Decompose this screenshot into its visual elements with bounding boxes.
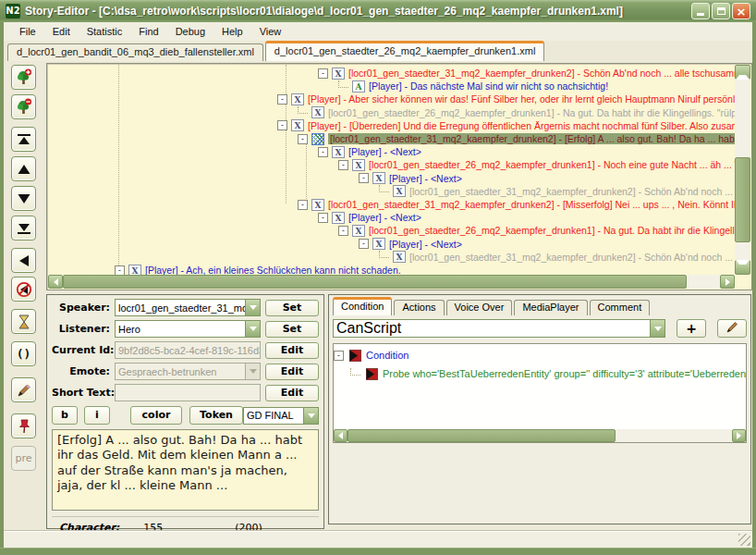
scroll-left-button[interactable] — [48, 275, 63, 289]
color-button[interactable]: color — [130, 406, 182, 425]
menu-item-view[interactable]: View — [251, 24, 290, 39]
collapse-toggle-icon[interactable]: - — [115, 265, 125, 276]
tab-actions[interactable]: Actions — [394, 300, 444, 315]
remove-node-button[interactable] — [11, 94, 36, 119]
close-button[interactable]: × — [732, 3, 750, 19]
tree-row[interactable]: -X[Player] - Ach, ein kleines Schlückche… — [115, 264, 735, 275]
condition-root-row[interactable]: -Condition — [334, 348, 746, 363]
wait-button[interactable] — [11, 309, 36, 334]
add-node-button[interactable] — [11, 65, 36, 90]
speaker-dropdown-button[interactable] — [245, 300, 260, 315]
emote-dropdown-button — [245, 364, 260, 379]
tree-row[interactable]: X[locr01_gen_staedter_31_mq2_kaempfer_dr… — [379, 185, 735, 198]
pin-button[interactable] — [11, 413, 36, 438]
condition-probe-row[interactable]: Probe who='BestTaUeberredenEntity' group… — [350, 366, 746, 381]
tree-row-text: [Player] - [Überreden] Und die Erregung … — [308, 120, 735, 131]
dialog-tree[interactable]: -X[locr01_gen_staedter_31_mq2_kaempfer_d… — [48, 65, 735, 275]
tab-mediaplayer[interactable]: MediaPlayer — [514, 300, 587, 315]
braces-button[interactable]: () — [11, 341, 36, 366]
tree-row[interactable]: -X[Player] - <Next> — [318, 145, 735, 158]
file-tab[interactable]: d_locr01_gen_bandit_06_mq3_dieb_fallenst… — [7, 43, 263, 61]
vertical-scroll-thumb[interactable] — [735, 157, 750, 242]
move-top-button[interactable] — [11, 127, 36, 152]
edit-text-button[interactable] — [11, 377, 36, 402]
script-dropdown-button[interactable] — [650, 320, 665, 337]
listener-select[interactable]: Hero — [115, 320, 261, 338]
menu-item-file[interactable]: File — [11, 24, 44, 39]
tree-row[interactable]: -X[Player] - <Next> — [359, 172, 735, 185]
bold-button[interactable]: b — [52, 406, 78, 425]
tree-horizontal-scrollbar[interactable] — [48, 275, 735, 289]
collapse-toggle-icon[interactable]: - — [334, 351, 344, 361]
dialog-text-editor[interactable]: [Erfolg] A ... also gut. Bah! Da ha ... … — [52, 429, 319, 511]
tree-row[interactable]: -X[locr01_gen_staedter_31_mq2_kaempfer_d… — [298, 198, 735, 211]
file-tab[interactable]: d_locr01_gen_staedter_26_mq2_kaempfer_dr… — [265, 41, 545, 61]
menu-item-find[interactable]: Find — [130, 24, 166, 39]
move-up-button[interactable] — [11, 156, 36, 181]
listener-dropdown-button[interactable] — [245, 321, 260, 337]
condition-tree[interactable]: -ConditionProbe who='BestTaUeberredenEnt… — [333, 343, 747, 443]
collapse-toggle-icon[interactable]: - — [318, 147, 328, 157]
collapse-toggle-icon[interactable]: - — [298, 134, 308, 144]
tab-voice-over[interactable]: Voice Over — [446, 300, 513, 315]
version-select[interactable]: GD FINAL — [243, 407, 319, 425]
tab-condition[interactable]: Condition — [333, 297, 392, 315]
menu-item-help[interactable]: Help — [213, 24, 251, 39]
horizontal-scroll-thumb[interactable] — [63, 275, 687, 289]
speaker-select[interactable]: locr01_gen_staedter_31_mq2_kae — [115, 299, 261, 316]
version-dropdown-button[interactable] — [303, 408, 318, 424]
minimize-button[interactable] — [691, 3, 710, 19]
node-details-panel: Speaker:locr01_gen_staedter_31_mq2_kaeSe… — [46, 294, 324, 529]
menu-item-debug[interactable]: Debug — [167, 24, 213, 39]
collapse-toggle-icon[interactable]: - — [298, 200, 308, 210]
condition-horizontal-scrollbar[interactable] — [334, 429, 746, 442]
titlebar[interactable]: N2 Story-Editor - [C:\dsa_retro\work\scr… — [0, 0, 756, 22]
collapse-toggle-icon[interactable]: - — [277, 94, 287, 105]
maximize-button[interactable] — [712, 3, 730, 19]
collapse-toggle-icon[interactable]: - — [338, 160, 348, 170]
tree-row[interactable]: -X[locr01_gen_staedter_26_mq2_kaempfer_d… — [338, 224, 735, 237]
tree-vertical-scrollbar[interactable] — [735, 65, 750, 275]
collapse-toggle-icon[interactable]: - — [277, 120, 287, 130]
scroll-down-button[interactable] — [735, 260, 750, 275]
tree-row[interactable]: -X[Player] - <Next> — [318, 211, 735, 224]
play-voice-button[interactable] — [11, 248, 36, 273]
move-down-button[interactable] — [11, 186, 36, 211]
scroll-up-button[interactable] — [735, 65, 750, 80]
move-bottom-button[interactable] — [11, 216, 36, 240]
set-listener-button[interactable]: Set — [265, 321, 319, 338]
collapse-toggle-icon[interactable]: - — [318, 68, 328, 79]
edit-emote-button[interactable]: Edit — [265, 364, 319, 380]
tree-row[interactable]: -X[locr01_gen_staedter_26_mq2_kaempfer_d… — [338, 158, 735, 171]
tree-row[interactable]: X[locr01_gen_staedter_31_mq2_kaempfer_dr… — [379, 251, 735, 264]
mute-voice-button[interactable] — [11, 277, 36, 302]
edit-condition-button[interactable] — [717, 319, 747, 338]
edit-currentid-button[interactable]: Edit — [265, 342, 319, 359]
tree-row[interactable]: A[Player] - Das nächste Mal sind wir nic… — [338, 80, 735, 92]
script-select[interactable]: CanScript — [333, 319, 665, 338]
collapse-toggle-icon[interactable]: - — [359, 173, 369, 183]
menu-item-edit[interactable]: Edit — [44, 24, 79, 39]
window-title: Story-Editor - [C:\dsa_retro\work\script… — [25, 5, 687, 18]
collapse-toggle-icon[interactable]: - — [359, 239, 369, 249]
set-speaker-button[interactable]: Set — [265, 300, 319, 316]
italic-button[interactable]: i — [84, 406, 110, 425]
tree-row[interactable]: -X[locr01_gen_staedter_31_mq2_kaempfer_d… — [318, 67, 735, 80]
add-condition-button[interactable]: + — [677, 319, 706, 338]
token-button[interactable]: Token — [189, 406, 243, 425]
tree-row[interactable]: -[locr01_gen_staedter_31_mq2_kaempfer_dr… — [298, 132, 735, 145]
scroll-right-button[interactable] — [720, 275, 735, 289]
resize-grip[interactable] — [738, 534, 750, 546]
tree-row[interactable]: -X[Player] - Aber sicher können wir das!… — [277, 92, 735, 105]
scroll-left-button[interactable] — [334, 429, 348, 442]
tree-row[interactable]: X[locr01_gen_staedter_26_mq2_kaempfer_dr… — [298, 106, 735, 119]
collapse-toggle-icon[interactable]: - — [318, 213, 328, 223]
tree-row[interactable]: -X[Player] - <Next> — [359, 238, 735, 251]
tree-row[interactable]: -X[Player] - [Überreden] Und die Erregun… — [277, 119, 735, 132]
condition-scroll-thumb[interactable] — [348, 429, 616, 442]
menu-item-statistic[interactable]: Statistic — [79, 24, 131, 39]
tab-comment[interactable]: Comment — [590, 300, 651, 315]
scroll-right-button[interactable] — [732, 429, 746, 442]
collapse-toggle-icon[interactable]: - — [338, 226, 348, 236]
edit-shorttext-button[interactable]: Edit — [265, 385, 319, 401]
